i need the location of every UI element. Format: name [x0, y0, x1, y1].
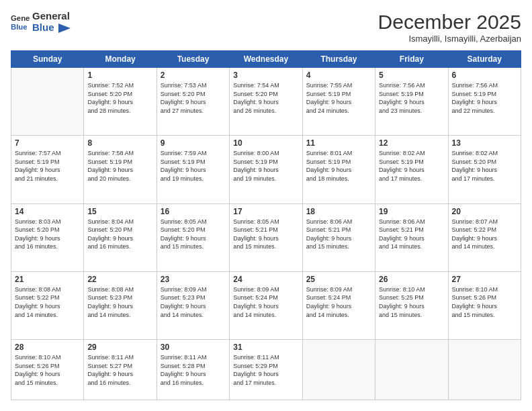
- cell-info: Sunrise: 8:10 AM Sunset: 5:25 PM Dayligh…: [379, 285, 444, 319]
- cell-w1-d2: 1Sunrise: 7:52 AM Sunset: 5:20 PM Daylig…: [84, 68, 157, 136]
- day-number: 18: [306, 207, 371, 216]
- day-number: 6: [452, 71, 517, 80]
- cell-w1-d7: 6Sunrise: 7:56 AM Sunset: 5:19 PM Daylig…: [448, 68, 521, 136]
- cell-info: Sunrise: 8:11 AM Sunset: 5:27 PM Dayligh…: [87, 353, 152, 387]
- calendar: Sunday Monday Tuesday Wednesday Thursday…: [11, 50, 521, 400]
- header: General Blue General Blue December 2025 …: [11, 11, 521, 44]
- col-tuesday: Tuesday: [157, 51, 229, 68]
- col-thursday: Thursday: [302, 51, 375, 68]
- cell-w4-d1: 21Sunrise: 8:08 AM Sunset: 5:22 PM Dayli…: [11, 271, 84, 339]
- col-monday: Monday: [84, 51, 157, 68]
- cell-w2-d4: 10Sunrise: 8:00 AM Sunset: 5:19 PM Dayli…: [230, 136, 302, 203]
- cell-info: Sunrise: 7:57 AM Sunset: 5:19 PM Dayligh…: [15, 149, 80, 183]
- cell-w2-d5: 11Sunrise: 8:01 AM Sunset: 5:19 PM Dayli…: [302, 136, 375, 203]
- cell-w3-d3: 16Sunrise: 8:05 AM Sunset: 5:20 PM Dayli…: [157, 203, 229, 271]
- cell-w1-d3: 2Sunrise: 7:53 AM Sunset: 5:20 PM Daylig…: [157, 68, 229, 136]
- cell-w1-d5: 4Sunrise: 7:55 AM Sunset: 5:19 PM Daylig…: [302, 68, 375, 136]
- day-number: 26: [379, 275, 444, 284]
- cell-w5-d4: 31Sunrise: 8:11 AM Sunset: 5:29 PM Dayli…: [230, 340, 302, 400]
- cell-info: Sunrise: 7:54 AM Sunset: 5:20 PM Dayligh…: [233, 81, 298, 115]
- cell-info: Sunrise: 7:58 AM Sunset: 5:19 PM Dayligh…: [87, 149, 152, 183]
- svg-marker-3: [58, 24, 71, 33]
- cell-w3-d6: 19Sunrise: 8:06 AM Sunset: 5:21 PM Dayli…: [375, 203, 448, 271]
- day-number: 21: [15, 275, 80, 284]
- cell-w5-d3: 30Sunrise: 8:11 AM Sunset: 5:28 PM Dayli…: [157, 340, 229, 400]
- cell-w2-d2: 8Sunrise: 7:58 AM Sunset: 5:19 PM Daylig…: [84, 136, 157, 203]
- cell-w4-d2: 22Sunrise: 8:08 AM Sunset: 5:23 PM Dayli…: [84, 271, 157, 339]
- cell-w4-d7: 27Sunrise: 8:10 AM Sunset: 5:26 PM Dayli…: [448, 271, 521, 339]
- cell-w1-d4: 3Sunrise: 7:54 AM Sunset: 5:20 PM Daylig…: [230, 68, 302, 136]
- cell-w2-d6: 12Sunrise: 8:02 AM Sunset: 5:19 PM Dayli…: [375, 136, 448, 203]
- week-row-4: 21Sunrise: 8:08 AM Sunset: 5:22 PM Dayli…: [11, 271, 521, 339]
- day-number: 17: [233, 207, 298, 216]
- day-number: 19: [379, 207, 444, 216]
- cell-info: Sunrise: 8:02 AM Sunset: 5:20 PM Dayligh…: [452, 149, 517, 183]
- logo-arrow-icon: [58, 24, 71, 33]
- cell-w3-d1: 14Sunrise: 8:03 AM Sunset: 5:20 PM Dayli…: [11, 203, 84, 271]
- header-row: Sunday Monday Tuesday Wednesday Thursday…: [11, 51, 521, 68]
- day-number: 4: [306, 71, 371, 80]
- cell-w2-d3: 9Sunrise: 7:59 AM Sunset: 5:19 PM Daylig…: [157, 136, 229, 203]
- week-row-3: 14Sunrise: 8:03 AM Sunset: 5:20 PM Dayli…: [11, 203, 521, 271]
- col-saturday: Saturday: [448, 51, 521, 68]
- cell-info: Sunrise: 8:11 AM Sunset: 5:29 PM Dayligh…: [233, 353, 298, 387]
- logo: General Blue General Blue: [11, 11, 71, 33]
- day-number: 12: [379, 138, 444, 148]
- cell-w5-d6: [375, 340, 448, 400]
- cell-info: Sunrise: 7:53 AM Sunset: 5:20 PM Dayligh…: [161, 81, 226, 115]
- cell-w4-d5: 25Sunrise: 8:09 AM Sunset: 5:24 PM Dayli…: [302, 271, 375, 339]
- cell-info: Sunrise: 8:09 AM Sunset: 5:24 PM Dayligh…: [306, 285, 371, 319]
- day-number: 23: [161, 275, 226, 284]
- day-number: 16: [161, 207, 226, 216]
- cell-w3-d7: 20Sunrise: 8:07 AM Sunset: 5:22 PM Dayli…: [448, 203, 521, 271]
- cell-w5-d1: 28Sunrise: 8:10 AM Sunset: 5:26 PM Dayli…: [11, 340, 84, 400]
- day-number: 10: [233, 138, 298, 148]
- cell-info: Sunrise: 7:56 AM Sunset: 5:19 PM Dayligh…: [452, 81, 517, 115]
- cell-info: Sunrise: 8:05 AM Sunset: 5:21 PM Dayligh…: [233, 218, 298, 251]
- week-row-2: 7Sunrise: 7:57 AM Sunset: 5:19 PM Daylig…: [11, 136, 521, 203]
- cell-info: Sunrise: 7:52 AM Sunset: 5:20 PM Dayligh…: [87, 81, 152, 115]
- cell-info: Sunrise: 7:59 AM Sunset: 5:19 PM Dayligh…: [161, 149, 226, 183]
- cell-info: Sunrise: 8:02 AM Sunset: 5:19 PM Dayligh…: [379, 149, 444, 183]
- day-number: 30: [161, 342, 226, 352]
- cell-w4-d6: 26Sunrise: 8:10 AM Sunset: 5:25 PM Dayli…: [375, 271, 448, 339]
- cell-info: Sunrise: 8:08 AM Sunset: 5:23 PM Dayligh…: [87, 285, 152, 319]
- cell-info: Sunrise: 8:00 AM Sunset: 5:19 PM Dayligh…: [233, 149, 298, 183]
- svg-text:General: General: [11, 14, 30, 22]
- title-block: December 2025 Ismayilli, Ismayilli, Azer…: [378, 11, 521, 44]
- cell-info: Sunrise: 8:07 AM Sunset: 5:22 PM Dayligh…: [452, 218, 517, 251]
- day-number: 29: [87, 342, 152, 352]
- cell-info: Sunrise: 8:04 AM Sunset: 5:20 PM Dayligh…: [87, 218, 152, 251]
- month-title: December 2025: [378, 11, 521, 34]
- cell-info: Sunrise: 8:10 AM Sunset: 5:26 PM Dayligh…: [15, 353, 80, 387]
- day-number: 28: [15, 342, 80, 352]
- cell-info: Sunrise: 8:06 AM Sunset: 5:21 PM Dayligh…: [306, 218, 371, 251]
- cell-w1-d6: 5Sunrise: 7:56 AM Sunset: 5:19 PM Daylig…: [375, 68, 448, 136]
- day-number: 1: [87, 71, 152, 80]
- svg-text:Blue: Blue: [11, 22, 28, 30]
- cell-info: Sunrise: 8:06 AM Sunset: 5:21 PM Dayligh…: [379, 218, 444, 251]
- cell-w5-d2: 29Sunrise: 8:11 AM Sunset: 5:27 PM Dayli…: [84, 340, 157, 400]
- logo-blue: Blue: [32, 22, 71, 34]
- day-number: 8: [87, 138, 152, 148]
- day-number: 5: [379, 71, 444, 80]
- day-number: 25: [306, 275, 371, 284]
- day-number: 13: [452, 138, 517, 148]
- cell-info: Sunrise: 8:11 AM Sunset: 5:28 PM Dayligh…: [161, 353, 226, 387]
- cell-info: Sunrise: 8:01 AM Sunset: 5:19 PM Dayligh…: [306, 149, 371, 183]
- day-number: 2: [161, 71, 226, 80]
- cell-info: Sunrise: 8:09 AM Sunset: 5:24 PM Dayligh…: [233, 285, 298, 319]
- cell-w4-d3: 23Sunrise: 8:09 AM Sunset: 5:23 PM Dayli…: [157, 271, 229, 339]
- col-friday: Friday: [375, 51, 448, 68]
- cell-w2-d7: 13Sunrise: 8:02 AM Sunset: 5:20 PM Dayli…: [448, 136, 521, 203]
- cell-info: Sunrise: 8:05 AM Sunset: 5:20 PM Dayligh…: [161, 218, 226, 251]
- day-number: 9: [161, 138, 226, 148]
- col-sunday: Sunday: [11, 51, 84, 68]
- cell-w1-d1: [11, 68, 84, 136]
- week-row-5: 28Sunrise: 8:10 AM Sunset: 5:26 PM Dayli…: [11, 340, 521, 400]
- week-row-1: 1Sunrise: 7:52 AM Sunset: 5:20 PM Daylig…: [11, 68, 521, 136]
- day-number: 14: [15, 207, 80, 216]
- cell-w3-d5: 18Sunrise: 8:06 AM Sunset: 5:21 PM Dayli…: [302, 203, 375, 271]
- day-number: 24: [233, 275, 298, 284]
- day-number: 3: [233, 71, 298, 80]
